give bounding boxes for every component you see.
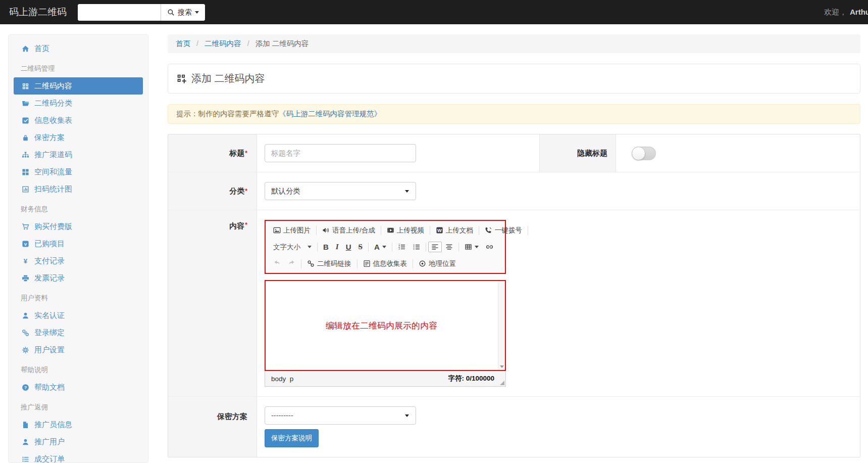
- scroll-down-icon[interactable]: [500, 365, 504, 368]
- tip-alert: 提示：制作的内容需要严格遵守《码上游二维码内容管理规范》: [168, 104, 860, 124]
- toolbar-button-label: 上传文档: [446, 226, 473, 235]
- toolbar-separator: [301, 259, 301, 268]
- secret-info-button[interactable]: 保密方案说明: [265, 429, 319, 447]
- toolbar-separator: [430, 226, 430, 235]
- toolbar-button-redo[interactable]: [284, 258, 299, 269]
- user-icon: [21, 312, 30, 319]
- sidebar-item-label: 帮助文档: [34, 383, 65, 392]
- brand-logo: 码上游二维码: [9, 0, 67, 24]
- sidebar-item[interactable]: 支付记录: [14, 252, 143, 269]
- secret-label: 保密方案: [168, 397, 257, 457]
- sidebar-item-label: 首页: [34, 44, 49, 54]
- search-icon: [167, 9, 175, 16]
- page-title-panel: 添加 二维码内容: [168, 64, 860, 94]
- content-policy-link[interactable]: 《码上游二维码内容管理规范》: [279, 110, 381, 118]
- toolbar-button-formicon[interactable]: 信息收集表: [360, 258, 411, 270]
- toolbar-separator: [479, 226, 479, 235]
- required-mark: *: [245, 150, 247, 157]
- sidebar-section-header: 用户资料: [14, 287, 143, 307]
- breadcrumb-separator: /: [196, 39, 198, 48]
- toolbar-separator: [357, 259, 358, 268]
- toolbar-button-label: 一键拨号: [495, 226, 522, 235]
- user-icon: [21, 438, 30, 446]
- secret-select[interactable]: ---------: [265, 406, 416, 425]
- breadcrumb-link-home[interactable]: 首页: [176, 39, 190, 48]
- sidebar-item[interactable]: 推广用户: [14, 433, 143, 450]
- sidebar-item[interactable]: 信息收集表: [14, 112, 143, 129]
- toolbar-separator: [426, 243, 426, 252]
- title-input[interactable]: [265, 144, 416, 162]
- hide-title-toggle[interactable]: [632, 147, 656, 160]
- sidebar-item[interactable]: 首页: [14, 40, 143, 57]
- form-row-content: 内容* 上传图片语音上传/合成上传视频上传文档一键拨号 文字大小BIUSA 二维…: [168, 210, 860, 396]
- toolbar-button-b[interactable]: B: [320, 241, 332, 253]
- toolbar-button-ol[interactable]: [394, 242, 409, 252]
- toolbar-button-ul[interactable]: [409, 242, 424, 252]
- editor-scrollbar[interactable]: [498, 281, 505, 370]
- sidebar-item[interactable]: 保密方案: [14, 129, 143, 146]
- sidebar-item[interactable]: 帮助文档: [14, 379, 143, 396]
- breadcrumb-current: 添加 二维码内容: [256, 39, 309, 48]
- caret-down-icon: [195, 11, 199, 14]
- welcome-prefix: 欢迎，: [824, 8, 847, 16]
- editor-content-area[interactable]: 编辑放在二维码内展示的内容: [265, 280, 506, 371]
- toolbar-button-a[interactable]: A: [371, 241, 390, 253]
- toolbar-row-3: 二维码链接信息收集表地理位置: [266, 255, 505, 272]
- resize-grip[interactable]: [500, 381, 504, 385]
- sidebar-item[interactable]: 推广员信息: [14, 416, 143, 433]
- editor-status-bar: body p 字符: 0/100000: [265, 371, 506, 387]
- toolbar-button-qrlink[interactable]: 二维码链接: [303, 258, 355, 270]
- breadcrumb-link-qrcontent[interactable]: 二维码内容: [205, 39, 241, 48]
- sidebar-section-header: 帮助说明: [14, 358, 143, 379]
- toolbar-button-table[interactable]: [461, 242, 482, 252]
- sidebar-item[interactable]: 已购项目: [14, 235, 143, 252]
- toolbar-button-fontsize[interactable]: 文字大小: [270, 241, 315, 253]
- sidebar-item[interactable]: 购买付费版: [14, 218, 143, 235]
- toolbar-button-alignleft[interactable]: [428, 242, 442, 252]
- toolbar-button-label: U: [346, 243, 351, 251]
- sidebar-item[interactable]: 登录绑定: [14, 324, 143, 341]
- font-size-label: 文字大小: [273, 243, 300, 252]
- toolbar-button-label: 上传视频: [397, 226, 424, 235]
- lock-icon: [21, 134, 30, 142]
- search-input[interactable]: [78, 4, 161, 21]
- toolbar-button-s[interactable]: S: [355, 241, 366, 253]
- sidebar-item[interactable]: 二维码内容: [14, 77, 143, 95]
- toolbar-button-word[interactable]: 上传文档: [432, 224, 477, 237]
- tip-text: 提示：制作的内容需要严格遵守: [176, 110, 279, 118]
- toolbar-button-image[interactable]: 上传图片: [270, 224, 314, 237]
- sidebar-item-label: 空间和流量: [34, 167, 72, 177]
- image-icon: [273, 226, 281, 234]
- list-icon: [21, 455, 30, 463]
- home-icon: [21, 45, 30, 53]
- sidebar-item[interactable]: 发票记录: [14, 269, 143, 287]
- caret-down-icon: [405, 190, 409, 193]
- search-button[interactable]: 搜索: [161, 4, 205, 21]
- toolbar-button-i[interactable]: I: [332, 241, 342, 253]
- toolbar-button-undo[interactable]: [270, 258, 284, 269]
- formicon-icon: [363, 260, 371, 267]
- toolbar-button-link[interactable]: [482, 242, 497, 252]
- toolbar-button-video[interactable]: 上传视频: [383, 224, 428, 237]
- toggle-knob: [632, 147, 645, 160]
- sidebar-item[interactable]: 扫码统计图: [14, 180, 143, 198]
- sidebar-item[interactable]: 二维码分类: [14, 95, 143, 112]
- rich-text-editor: 上传图片语音上传/合成上传视频上传文档一键拨号 文字大小BIUSA 二维码链接信…: [265, 220, 506, 387]
- sidebar-item-label: 成交订单: [34, 454, 65, 463]
- sidebar-item[interactable]: 成交订单: [14, 450, 143, 463]
- toolbar-button-audio[interactable]: 语音上传/合成: [319, 224, 379, 237]
- toolbar-button-marker[interactable]: 地理位置: [415, 258, 459, 270]
- toolbar-button-label: 上传图片: [283, 226, 311, 235]
- main-content: 首页 / 二维码内容 / 添加 二维码内容 添加 二维码内容 提示：制作的内容需…: [168, 34, 860, 463]
- sidebar-item[interactable]: 推广渠道码: [14, 146, 143, 163]
- sidebar-item[interactable]: 实名认证: [14, 307, 143, 324]
- toolbar-separator: [528, 226, 528, 235]
- sidebar-item[interactable]: 空间和流量: [14, 163, 143, 180]
- category-select[interactable]: 默认分类: [265, 182, 416, 200]
- toolbar-button-phone[interactable]: 一键拨号: [481, 224, 526, 237]
- marker-icon: [419, 260, 426, 267]
- sidebar-item[interactable]: 用户设置: [14, 341, 143, 358]
- username: Arthur: [850, 8, 868, 16]
- toolbar-button-u[interactable]: U: [342, 241, 355, 253]
- toolbar-button-aligncenter[interactable]: [442, 242, 456, 252]
